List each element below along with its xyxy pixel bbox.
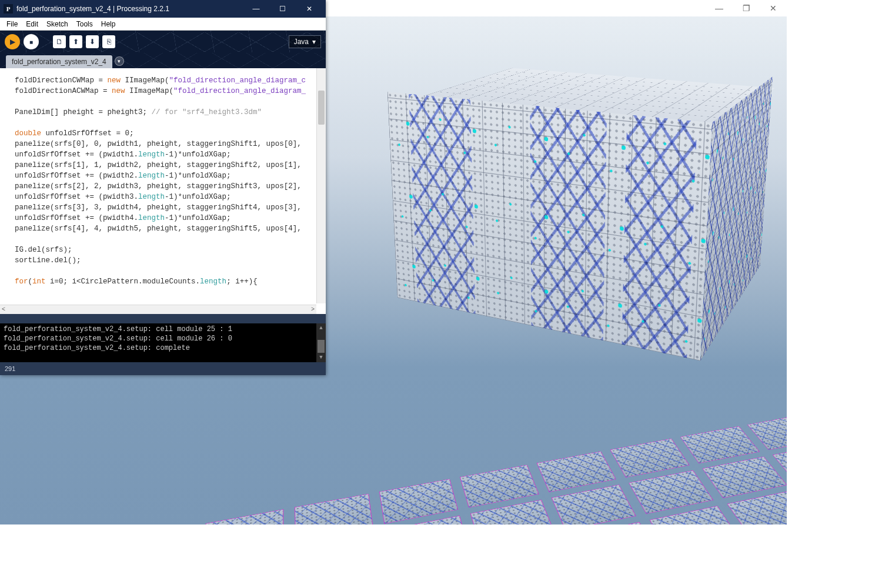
- export-icon: ⎘: [107, 38, 111, 46]
- scroll-up-arrow-icon[interactable]: ▲: [316, 323, 326, 333]
- console-line: fold_perforation_system_v2_4.setup: cell…: [4, 325, 322, 334]
- ide-window-title: fold_perforation_system_v2_4 | Processin…: [16, 5, 243, 13]
- menu-edit[interactable]: Edit: [22, 19, 42, 29]
- ide-close-button[interactable]: ✕: [296, 0, 322, 18]
- unfolded-panel: [202, 509, 284, 524]
- document-icon: 🗋: [56, 38, 63, 46]
- chevron-down-icon: ▾: [312, 38, 316, 46]
- menu-sketch[interactable]: Sketch: [42, 19, 72, 29]
- chevron-down-icon: ▾: [118, 58, 121, 64]
- ide-maximize-button[interactable]: ☐: [269, 0, 296, 18]
- ide-toolbar: ▶ ■ 🗋 ⬆ ⬇ ⎘ Java ▾: [0, 31, 326, 53]
- arrow-up-icon: ⬆: [73, 38, 79, 46]
- mode-selector[interactable]: Java ▾: [289, 35, 321, 48]
- unfolded-panel: [727, 490, 787, 524]
- render-close-button[interactable]: ✕: [760, 0, 787, 16]
- save-sketch-button[interactable]: ⬇: [86, 35, 99, 48]
- unfolded-panel: [610, 439, 690, 477]
- scrollbar-thumb[interactable]: [318, 91, 325, 125]
- ide-message-bar: [0, 314, 326, 323]
- new-sketch-button[interactable]: 🗋: [53, 35, 66, 48]
- code-editor[interactable]: foldDirectionCWMap = new IImageMap("fold…: [0, 68, 326, 314]
- ide-menubar: File Edit Sketch Tools Help: [0, 18, 326, 31]
- processing-app-icon: P: [4, 4, 13, 14]
- render-minimize-button[interactable]: —: [706, 0, 733, 16]
- building-model: [453, 72, 746, 307]
- unfolded-panel: [460, 465, 539, 508]
- render-maximize-button[interactable]: ❐: [733, 0, 760, 16]
- unfolded-panel: [537, 452, 616, 492]
- panel-grid: [0, 400, 787, 524]
- ide-titlebar[interactable]: P fold_perforation_system_v2_4 | Process…: [0, 0, 326, 18]
- arrow-down-icon: ⬇: [89, 38, 95, 46]
- stop-button[interactable]: ■: [24, 34, 39, 49]
- play-icon: ▶: [10, 38, 15, 46]
- stop-icon: ■: [29, 39, 33, 45]
- unfolded-panel: [552, 485, 636, 524]
- scroll-down-arrow-icon[interactable]: ▼: [316, 353, 326, 362]
- console-line: fold_perforation_system_v2_4.setup: comp…: [4, 343, 322, 353]
- unfolded-panel: [295, 494, 373, 524]
- ide-statusbar: 291: [0, 362, 326, 375]
- toolbar-bg-pattern: [0, 31, 326, 53]
- ide-console[interactable]: fold_perforation_system_v2_4.setup: cell…: [0, 323, 326, 362]
- scroll-right-arrow-icon[interactable]: >: [311, 305, 315, 315]
- line-number-indicator: 291: [5, 365, 15, 372]
- unfolded-panel: [680, 426, 760, 463]
- menu-help[interactable]: Help: [97, 19, 120, 29]
- facade-accent-dots: [387, 92, 712, 361]
- unfolded-panel: [629, 470, 713, 514]
- unfolded-panel: [379, 479, 458, 524]
- menu-tools[interactable]: Tools: [72, 19, 97, 29]
- run-button[interactable]: ▶: [5, 34, 20, 49]
- mode-label: Java: [294, 38, 309, 46]
- console-scrollbar[interactable]: ▲ ▼: [316, 323, 326, 362]
- unfolded-panel: [702, 456, 787, 498]
- processing-ide-window: P fold_perforation_system_v2_4 | Process…: [0, 0, 326, 375]
- tab-menu-button[interactable]: ▾: [115, 56, 124, 66]
- unfolded-panel-floor: [0, 400, 787, 524]
- scrollbar-thumb[interactable]: [318, 340, 325, 353]
- ide-tabbar: fold_perforation_system_v2_4 ▾: [0, 53, 326, 68]
- editor-scrollbar-horizontal[interactable]: < >: [0, 305, 316, 314]
- tab-active-sketch[interactable]: fold_perforation_system_v2_4: [6, 55, 112, 68]
- scroll-left-arrow-icon[interactable]: <: [2, 305, 5, 315]
- export-button[interactable]: ⎘: [102, 35, 115, 48]
- building-front-facade: [387, 92, 712, 361]
- ide-toolbar-area: ▶ ■ 🗋 ⬆ ⬇ ⎘ Java ▾ fol: [0, 31, 326, 68]
- menu-file[interactable]: File: [2, 19, 22, 29]
- open-sketch-button[interactable]: ⬆: [69, 35, 82, 48]
- console-line: fold_perforation_system_v2_4.setup: cell…: [4, 334, 322, 343]
- ide-minimize-button[interactable]: —: [243, 0, 269, 18]
- editor-scrollbar-vertical[interactable]: [316, 68, 326, 303]
